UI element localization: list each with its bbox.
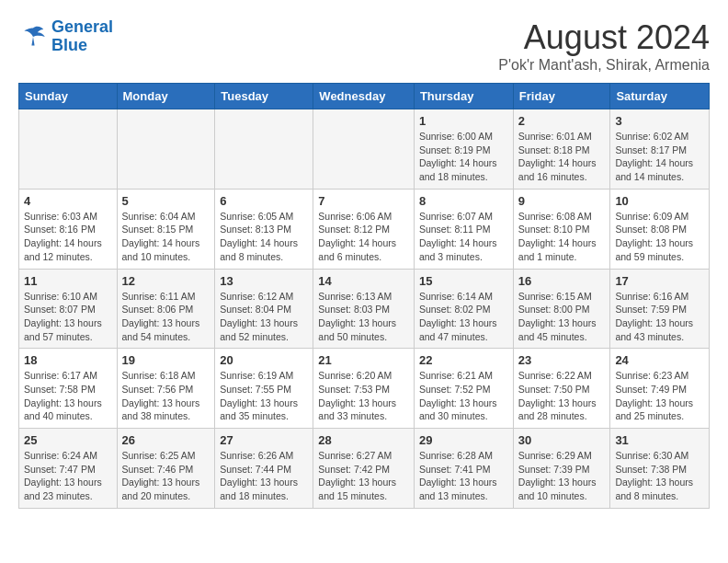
day-info: Sunrise: 6:14 AMSunset: 8:02 PMDaylight:… xyxy=(419,290,508,344)
day-number: 29 xyxy=(419,433,508,447)
day-number: 28 xyxy=(318,433,409,447)
day-info: Sunrise: 6:08 AMSunset: 8:10 PMDaylight:… xyxy=(518,210,606,264)
calendar-cell: 4Sunrise: 6:03 AMSunset: 8:16 PMDaylight… xyxy=(19,189,118,269)
day-number: 6 xyxy=(220,194,308,208)
calendar-cell: 6Sunrise: 6:05 AMSunset: 8:13 PMDaylight… xyxy=(215,189,313,269)
calendar-cell: 3Sunrise: 6:02 AMSunset: 8:17 PMDaylight… xyxy=(610,109,710,190)
day-number: 2 xyxy=(518,114,606,128)
logo: General Blue xyxy=(18,18,113,55)
day-info: Sunrise: 6:17 AMSunset: 7:58 PMDaylight:… xyxy=(24,369,112,423)
day-header-wednesday: Wednesday xyxy=(313,84,415,109)
day-header-thursday: Thursday xyxy=(414,84,513,109)
calendar-cell: 7Sunrise: 6:06 AMSunset: 8:12 PMDaylight… xyxy=(313,189,415,269)
day-info: Sunrise: 6:03 AMSunset: 8:16 PMDaylight:… xyxy=(24,210,112,264)
calendar-week-3: 11Sunrise: 6:10 AMSunset: 8:07 PMDayligh… xyxy=(19,269,710,349)
calendar-cell: 20Sunrise: 6:19 AMSunset: 7:55 PMDayligh… xyxy=(215,349,313,429)
logo-line1: General xyxy=(51,17,113,36)
day-info: Sunrise: 6:28 AMSunset: 7:41 PMDaylight:… xyxy=(419,449,508,503)
calendar-cell: 16Sunrise: 6:15 AMSunset: 8:00 PMDayligh… xyxy=(513,269,610,349)
day-info: Sunrise: 6:02 AMSunset: 8:17 PMDaylight:… xyxy=(615,130,704,184)
day-number: 1 xyxy=(419,114,508,128)
calendar-cell xyxy=(215,109,313,190)
day-number: 5 xyxy=(122,194,210,208)
calendar-cell: 9Sunrise: 6:08 AMSunset: 8:10 PMDaylight… xyxy=(513,189,610,269)
title-block: August 2024 P'ok'r Mant'ash, Shirak, Arm… xyxy=(498,18,710,74)
calendar-cell: 22Sunrise: 6:21 AMSunset: 7:52 PMDayligh… xyxy=(414,349,513,429)
day-number: 15 xyxy=(419,274,508,288)
day-header-sunday: Sunday xyxy=(19,84,118,109)
day-number: 8 xyxy=(419,194,508,208)
calendar-cell: 27Sunrise: 6:26 AMSunset: 7:44 PMDayligh… xyxy=(215,429,313,509)
day-info: Sunrise: 6:18 AMSunset: 7:56 PMDaylight:… xyxy=(122,369,210,423)
day-info: Sunrise: 6:07 AMSunset: 8:11 PMDaylight:… xyxy=(419,210,508,264)
calendar-cell: 31Sunrise: 6:30 AMSunset: 7:38 PMDayligh… xyxy=(610,429,710,509)
calendar-week-5: 25Sunrise: 6:24 AMSunset: 7:47 PMDayligh… xyxy=(19,429,710,509)
day-header-friday: Friday xyxy=(513,84,610,109)
calendar-cell: 28Sunrise: 6:27 AMSunset: 7:42 PMDayligh… xyxy=(313,429,415,509)
calendar-cell xyxy=(313,109,415,190)
day-info: Sunrise: 6:26 AMSunset: 7:44 PMDaylight:… xyxy=(220,449,308,503)
day-header-saturday: Saturday xyxy=(610,84,710,109)
day-info: Sunrise: 6:01 AMSunset: 8:18 PMDaylight:… xyxy=(518,130,606,184)
calendar-week-4: 18Sunrise: 6:17 AMSunset: 7:58 PMDayligh… xyxy=(19,349,710,429)
day-number: 25 xyxy=(24,433,112,447)
day-number: 13 xyxy=(220,274,308,288)
calendar-cell: 29Sunrise: 6:28 AMSunset: 7:41 PMDayligh… xyxy=(414,429,513,509)
day-info: Sunrise: 6:29 AMSunset: 7:39 PMDaylight:… xyxy=(518,449,606,503)
day-info: Sunrise: 6:12 AMSunset: 8:04 PMDaylight:… xyxy=(220,290,308,344)
day-number: 9 xyxy=(518,194,606,208)
page-header: General Blue August 2024 P'ok'r Mant'ash… xyxy=(18,18,710,74)
calendar-header: SundayMondayTuesdayWednesdayThursdayFrid… xyxy=(19,84,710,109)
calendar-cell: 23Sunrise: 6:22 AMSunset: 7:50 PMDayligh… xyxy=(513,349,610,429)
day-number: 16 xyxy=(518,274,606,288)
day-info: Sunrise: 6:00 AMSunset: 8:19 PMDaylight:… xyxy=(419,130,508,184)
calendar-week-2: 4Sunrise: 6:03 AMSunset: 8:16 PMDaylight… xyxy=(19,189,710,269)
calendar-cell: 15Sunrise: 6:14 AMSunset: 8:02 PMDayligh… xyxy=(414,269,513,349)
day-number: 26 xyxy=(122,433,210,447)
calendar-cell: 17Sunrise: 6:16 AMSunset: 7:59 PMDayligh… xyxy=(610,269,710,349)
day-number: 30 xyxy=(518,433,606,447)
day-number: 23 xyxy=(518,353,606,367)
calendar-week-1: 1Sunrise: 6:00 AMSunset: 8:19 PMDaylight… xyxy=(19,109,710,190)
day-info: Sunrise: 6:19 AMSunset: 7:55 PMDaylight:… xyxy=(220,369,308,423)
day-info: Sunrise: 6:22 AMSunset: 7:50 PMDaylight:… xyxy=(518,369,606,423)
day-info: Sunrise: 6:09 AMSunset: 8:08 PMDaylight:… xyxy=(615,210,704,264)
day-headers-row: SundayMondayTuesdayWednesdayThursdayFrid… xyxy=(19,84,710,109)
logo-bird-icon xyxy=(18,22,48,52)
day-info: Sunrise: 6:11 AMSunset: 8:06 PMDaylight:… xyxy=(122,290,210,344)
day-number: 12 xyxy=(122,274,210,288)
logo-line2: Blue xyxy=(51,36,87,54)
day-number: 4 xyxy=(24,194,112,208)
day-info: Sunrise: 6:25 AMSunset: 7:46 PMDaylight:… xyxy=(122,449,210,503)
day-number: 24 xyxy=(615,353,704,367)
day-info: Sunrise: 6:15 AMSunset: 8:00 PMDaylight:… xyxy=(518,290,606,344)
calendar-table: SundayMondayTuesdayWednesdayThursdayFrid… xyxy=(18,83,710,509)
calendar-cell: 8Sunrise: 6:07 AMSunset: 8:11 PMDaylight… xyxy=(414,189,513,269)
calendar-cell xyxy=(117,109,215,190)
day-info: Sunrise: 6:30 AMSunset: 7:38 PMDaylight:… xyxy=(615,449,704,503)
calendar-cell: 24Sunrise: 6:23 AMSunset: 7:49 PMDayligh… xyxy=(610,349,710,429)
day-number: 7 xyxy=(318,194,409,208)
calendar-cell: 21Sunrise: 6:20 AMSunset: 7:53 PMDayligh… xyxy=(313,349,415,429)
calendar-cell: 30Sunrise: 6:29 AMSunset: 7:39 PMDayligh… xyxy=(513,429,610,509)
calendar-cell: 18Sunrise: 6:17 AMSunset: 7:58 PMDayligh… xyxy=(19,349,118,429)
day-info: Sunrise: 6:20 AMSunset: 7:53 PMDaylight:… xyxy=(318,369,409,423)
day-info: Sunrise: 6:16 AMSunset: 7:59 PMDaylight:… xyxy=(615,290,704,344)
calendar-cell: 19Sunrise: 6:18 AMSunset: 7:56 PMDayligh… xyxy=(117,349,215,429)
day-info: Sunrise: 6:06 AMSunset: 8:12 PMDaylight:… xyxy=(318,210,409,264)
day-number: 21 xyxy=(318,353,409,367)
day-header-monday: Monday xyxy=(117,84,215,109)
calendar-cell: 14Sunrise: 6:13 AMSunset: 8:03 PMDayligh… xyxy=(313,269,415,349)
day-number: 19 xyxy=(122,353,210,367)
day-number: 20 xyxy=(220,353,308,367)
calendar-cell: 5Sunrise: 6:04 AMSunset: 8:15 PMDaylight… xyxy=(117,189,215,269)
day-info: Sunrise: 6:05 AMSunset: 8:13 PMDaylight:… xyxy=(220,210,308,264)
day-number: 31 xyxy=(615,433,704,447)
calendar-cell: 2Sunrise: 6:01 AMSunset: 8:18 PMDaylight… xyxy=(513,109,610,190)
calendar-cell: 1Sunrise: 6:00 AMSunset: 8:19 PMDaylight… xyxy=(414,109,513,190)
day-info: Sunrise: 6:04 AMSunset: 8:15 PMDaylight:… xyxy=(122,210,210,264)
calendar-cell: 25Sunrise: 6:24 AMSunset: 7:47 PMDayligh… xyxy=(19,429,118,509)
day-number: 11 xyxy=(24,274,112,288)
day-info: Sunrise: 6:24 AMSunset: 7:47 PMDaylight:… xyxy=(24,449,112,503)
day-number: 17 xyxy=(615,274,704,288)
